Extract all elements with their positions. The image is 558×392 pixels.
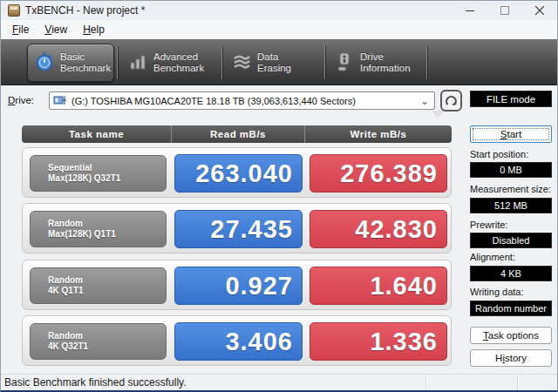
window-title: TxBENCH - New project * [25, 4, 145, 17]
tab-label: AdvancedBenchmark [153, 51, 204, 74]
write-value: 276.389 [310, 154, 447, 193]
drive-info-icon [335, 51, 354, 75]
drive-select[interactable]: (G:) TOSHIBA MG10ACA20TE 18.18 TB (39,06… [49, 91, 435, 110]
minimize-button[interactable] [453, 1, 487, 20]
task-button[interactable]: Random4K Q32T1 [30, 323, 167, 360]
write-value: 42.830 [310, 210, 447, 248]
toolbar: BasicBenchmark AdvancedBenchmark [1, 39, 557, 85]
toolbar-separator [117, 46, 118, 79]
refresh-icon [445, 94, 458, 107]
prewrite-label: Prewrite: [470, 220, 507, 230]
writing-data-label: Writing data: [470, 287, 524, 297]
task-button[interactable]: RandomMax(128K) Q1T1 [30, 211, 167, 247]
read-value: 263.040 [174, 154, 303, 193]
task-options-button[interactable]: Task options [470, 327, 552, 344]
tab-data-erasing[interactable]: Data Erasing [225, 44, 321, 82]
chevron-down-icon: ⌄ [420, 95, 429, 107]
task-button[interactable]: Random4K Q1T1 [30, 267, 167, 304]
status-bar-divider [425, 375, 426, 389]
tab-drive-information[interactable]: DriveInformation [328, 44, 424, 82]
toolbar-overflow-arrow-icon[interactable] [432, 111, 444, 118]
title-bar: TxBENCH - New project * [1, 1, 557, 20]
read-value: 27.435 [174, 210, 303, 248]
drive-icon [53, 95, 67, 106]
header-read: Read mB/s [171, 125, 304, 143]
read-value: 0.927 [174, 267, 303, 305]
table-row-sequential-q32t1: SequentialMax(128K) Q32T1 263.040 276.38… [22, 147, 452, 198]
prewrite-value[interactable]: Disabled [470, 233, 552, 248]
toolbar-separator [324, 46, 325, 79]
app-icon [8, 4, 20, 17]
toolbar-separator [426, 46, 427, 79]
header-task-name: Task name [22, 125, 171, 143]
table-row-random-4k-q1t1: Random4K Q1T1 0.927 1.640 [22, 260, 452, 310]
table-row-random-q1t1: RandomMax(128K) Q1T1 27.435 42.830 [22, 203, 452, 253]
eraser-icon [232, 53, 251, 73]
file-mode-button[interactable]: FILE mode [470, 91, 552, 107]
drive-selected-value: (G:) TOSHIBA MG10ACA20TE 18.18 TB (39,06… [71, 96, 420, 106]
bar-chart-icon [128, 52, 147, 74]
menu-file[interactable]: File [4, 22, 37, 37]
tab-label: BasicBenchmark [60, 51, 111, 74]
start-position-value[interactable]: 0 MB [470, 162, 552, 178]
start-button[interactable]: Start [470, 125, 552, 143]
read-value: 3.406 [174, 322, 303, 361]
header-write: Write mB/s [304, 125, 452, 143]
start-position-label: Start position: [470, 149, 528, 159]
benchmark-table-header: Task name Read mB/s Write mB/s [22, 125, 452, 143]
write-value: 1.640 [310, 267, 447, 305]
tab-basic-benchmark[interactable]: BasicBenchmark [27, 44, 114, 82]
close-button[interactable] [522, 1, 557, 20]
write-value: 1.336 [310, 322, 447, 361]
tab-advanced-benchmark[interactable]: AdvancedBenchmark [121, 44, 219, 82]
alignment-value[interactable]: 4 KB [470, 266, 552, 281]
toolbar-separator [221, 46, 222, 79]
maximize-button[interactable] [487, 1, 522, 20]
menu-view[interactable]: View [37, 22, 75, 37]
task-button[interactable]: SequentialMax(128K) Q32T1 [30, 155, 167, 192]
history-button[interactable]: History [470, 349, 552, 367]
table-row-random-4k-q32t1: Random4K Q32T1 3.406 1.336 [22, 315, 452, 366]
alignment-label: Alignment: [470, 252, 515, 262]
measurement-size-label: Measurement size: [470, 184, 551, 194]
menu-bar: File View Help [1, 20, 557, 39]
status-bar-divider [517, 375, 518, 389]
status-bar: Basic Benchmark finished successfully. [1, 374, 557, 390]
status-message: Basic Benchmark finished successfully. [4, 376, 187, 389]
refresh-drives-button[interactable] [440, 90, 462, 112]
menu-help[interactable]: Help [75, 22, 112, 37]
drive-label: Drive: [8, 95, 34, 105]
tab-label: Data Erasing [257, 51, 314, 74]
stopwatch-icon [35, 51, 54, 75]
txbench-window: TxBENCH - New project * File View Help [0, 0, 558, 392]
measurement-size-value[interactable]: 512 MB [470, 198, 552, 213]
tab-label: DriveInformation [360, 51, 411, 74]
writing-data-value[interactable]: Random number [470, 301, 552, 316]
